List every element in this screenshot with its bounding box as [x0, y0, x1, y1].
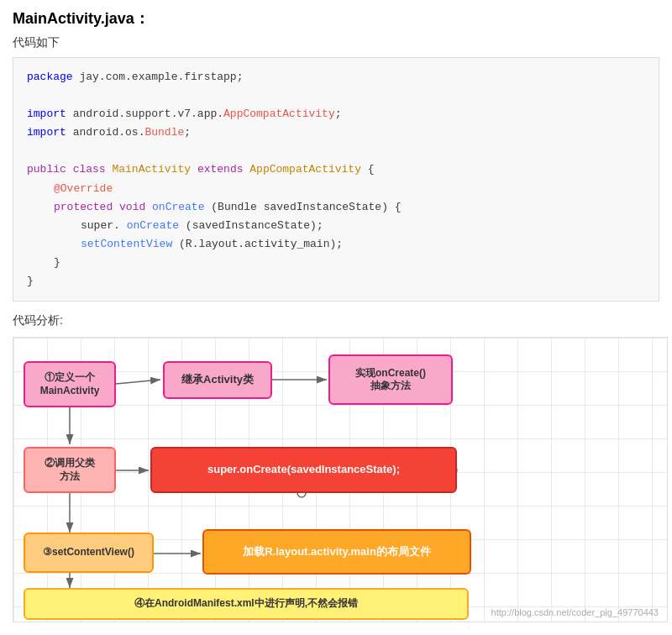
- code-block: package jay.com.example.firstapp; import…: [13, 57, 659, 302]
- diagram-box-5: super.onCreate(savedInstanceState);: [150, 447, 457, 493]
- diagram-box-6: ③setContentView(): [24, 533, 154, 573]
- diagram-box-8: ④在AndroidManifest.xml中进行声明,不然会报错: [24, 588, 469, 620]
- page-title: MainActivity.java：: [13, 8, 659, 29]
- watermark: http://blog.csdn.net/coder_pig_49770443: [491, 607, 659, 617]
- section2-label: 代码分析:: [13, 313, 659, 328]
- diagram-box-4: ②调用父类方法: [24, 447, 116, 493]
- section1-label: 代码如下: [13, 35, 659, 50]
- svg-line-1: [116, 380, 160, 384]
- diagram-container: ①定义一个MainActivity 继承Activity类 实现onCreate…: [13, 337, 668, 622]
- diagram-box-7: 加载R.layout.activity.main的布局文件: [202, 529, 471, 575]
- diagram-box-1: ①定义一个MainActivity: [24, 361, 116, 407]
- diagram-box-3: 实现onCreate()抽象方法: [328, 354, 453, 405]
- diagram-box-2: 继承Activity类: [163, 361, 272, 399]
